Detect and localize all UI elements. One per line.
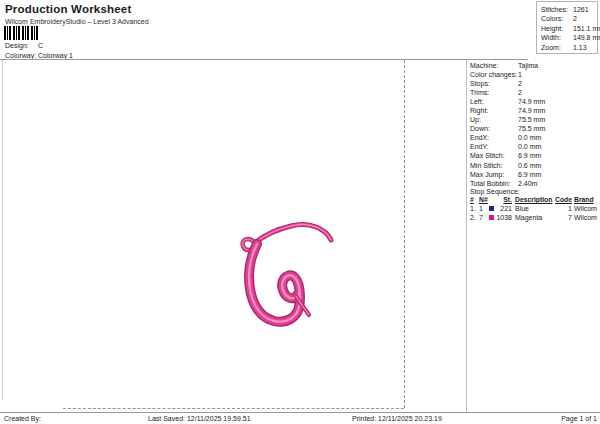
stitches-label: Stitches: [541,5,573,14]
info-value: 0.0 mm [518,143,541,150]
machine-info-row: EndX:0.0 mm [470,133,599,142]
col-header-needle: N# [479,196,488,203]
col-header-brand: Brand [574,196,594,203]
seq-brand: Wilcom [574,214,597,221]
colors-value: 2 [573,15,577,22]
colors-label: Colors: [541,14,573,23]
colorway-value: Colorway 1 [38,52,73,59]
design-row: Design:C [5,42,43,49]
info-label: Down: [470,124,518,133]
seq-brand: Wilcom [574,205,597,212]
machine-info-row: Left:74.9 mm [470,97,599,106]
info-value: 74.9 mm [518,107,545,114]
info-label: EndY: [470,142,518,151]
info-value: 75.5 mm [518,116,545,123]
info-label: Stops: [470,79,518,88]
width-value: 149.8 mm [573,34,600,41]
info-value: 6.9 mm [518,171,541,178]
col-header-code: Code [550,196,572,203]
barcode-icon [4,26,38,40]
info-value: 2.40m [518,180,537,187]
design-value: C [38,42,43,49]
colorway-row: Colorway:Colorway 1 [5,52,73,59]
header-divider [0,59,528,60]
machine-info-row: Down:75.5 mm [470,124,599,133]
hoop-boundary-vertical [404,60,405,408]
design-label: Design: [5,42,38,49]
seq-num: 1. [470,205,476,212]
design-summary-box: Stitches:1261 Colors:2 Height:151.1 mm W… [536,1,598,54]
info-value: 74.9 mm [518,98,545,105]
info-label: Max Jump: [470,170,518,179]
last-saved-text: Last Saved: 12/11/2025 19.59.51 [148,415,251,422]
machine-info-row: Max Jump:6.9 mm [470,170,599,179]
machine-info-row: Machine:Tajima [470,61,599,70]
info-value: Tajima [518,62,538,69]
seq-thread-code: 1038 [493,214,512,221]
hoop-boundary-horizontal [63,408,404,409]
stop-sequence-title: Stop Sequence: [470,188,520,195]
machine-info-row: EndY:0.0 mm [470,142,599,151]
height-value: 151.1 mm [573,25,600,32]
info-value: 2 [518,89,522,96]
machine-info-row: Right:74.9 mm [470,106,599,115]
col-header-num: # [470,196,474,203]
col-header-stitches: St. [493,196,512,203]
canvas-left-edge [2,60,3,400]
info-label: EndX: [470,133,518,142]
seq-thread-code: 221 [493,205,512,212]
embroidery-design-letter-c [227,218,337,343]
stop-sequence-row: 1. 1 221 Blue 1 Wilcom [466,205,600,214]
app-subtitle: Wilcom EmbroideryStudio – Level 3 Advanc… [5,18,149,25]
info-value: 1 [518,71,522,78]
seq-description: Blue [515,205,529,212]
stitches-value: 1261 [573,6,589,13]
machine-info-row: Color changes:1 [470,70,599,79]
seq-num: 2. [470,214,476,221]
machine-info-row: Total Bobbin:2.40m [470,179,599,188]
info-label: Up: [470,115,518,124]
summary-row: Width:149.8 mm [541,33,597,42]
info-value: 6.9 mm [518,152,541,159]
printed-text: Printed: 12/11/2025 20.23.19 [352,415,442,422]
height-label: Height: [541,24,573,33]
page-number: Page 1 of 1 [520,415,597,422]
info-label: Color changes: [470,70,518,79]
info-value: 0.6 mm [518,162,541,169]
summary-row: Height:151.1 mm [541,24,597,33]
page-title: Production Worksheet [5,3,131,15]
info-label: Right: [470,106,518,115]
info-label: Machine: [470,61,518,70]
machine-info-row: Trims:2 [470,88,599,97]
seq-needle: 7 [479,214,483,221]
machine-info-row: Min Stitch:0.6 mm [470,161,599,170]
summary-row: Stitches:1261 [541,5,597,14]
info-label: Trims: [470,88,518,97]
machine-info-panel: Machine:Tajima Color changes:1 Stops:2 T… [470,61,599,188]
info-value: 2 [518,80,522,87]
info-value: 0.0 mm [518,134,541,141]
info-panel-divider [466,60,467,412]
machine-info-row: Stops:2 [470,79,599,88]
info-value: 75.5 mm [518,125,545,132]
stop-sequence-row: 2. 7 1038 Magenta 7 Wilcom [466,214,600,223]
seq-description: Magenta [515,214,542,221]
machine-info-row: Max Stitch:6.9 mm [470,151,599,160]
footer-divider [0,412,600,413]
summary-row: Colors:2 [541,14,597,23]
info-label: Left: [470,97,518,106]
zoom-value: 1.13 [573,44,587,51]
created-by-label: Created By: [4,415,41,422]
col-header-description: Description [515,196,552,203]
seq-code: 1 [550,205,572,212]
stop-sequence-header-row: # N# St. Description Code Brand [466,196,600,205]
zoom-label: Zoom: [541,43,573,52]
width-label: Width: [541,33,573,42]
info-label: Total Bobbin: [470,179,518,188]
machine-info-row: Up:75.5 mm [470,115,599,124]
seq-code: 7 [550,214,572,221]
summary-row: Zoom:1.13 [541,43,597,52]
info-label: Max Stitch: [470,151,518,160]
colorway-label: Colorway: [5,52,38,59]
seq-needle: 1 [479,205,483,212]
